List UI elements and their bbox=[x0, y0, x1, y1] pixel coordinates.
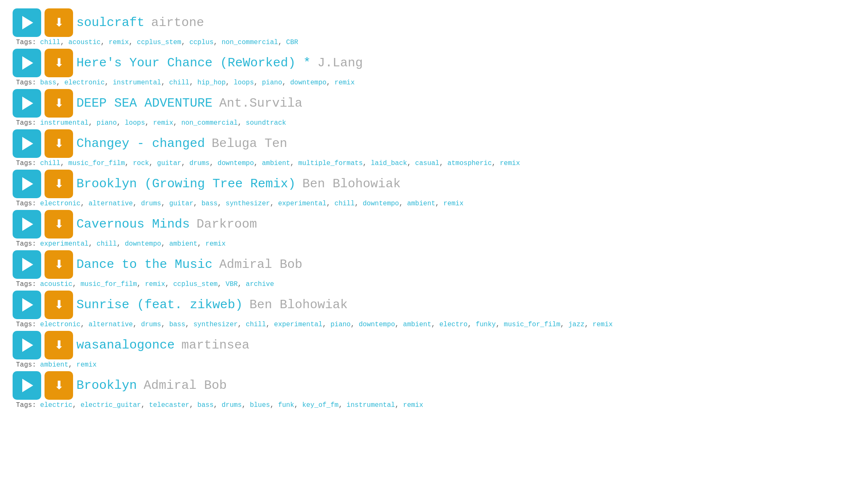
tag-link[interactable]: loops bbox=[234, 79, 254, 86]
tag-link[interactable]: drums bbox=[141, 321, 161, 328]
tag-link[interactable]: remix bbox=[153, 119, 173, 127]
tag-link[interactable]: funk bbox=[278, 401, 294, 409]
tag-link[interactable]: drums bbox=[222, 401, 242, 409]
tag-link[interactable]: bass bbox=[197, 401, 213, 409]
tag-link[interactable]: ambient bbox=[40, 361, 68, 369]
play-button[interactable] bbox=[13, 371, 41, 400]
tag-link[interactable]: remix bbox=[145, 280, 165, 288]
tag-link[interactable]: rock bbox=[133, 160, 149, 167]
tag-link[interactable]: chill bbox=[97, 240, 117, 248]
tag-link[interactable]: laid_back bbox=[371, 160, 407, 167]
tag-link[interactable]: guitar bbox=[169, 200, 194, 207]
tag-link[interactable]: loops bbox=[125, 119, 145, 127]
tag-link[interactable]: ccplus_stem bbox=[173, 280, 218, 288]
track-title[interactable]: soulcraft bbox=[76, 16, 144, 30]
download-button[interactable]: ⬇ bbox=[45, 89, 73, 118]
play-button[interactable] bbox=[13, 89, 41, 118]
tag-link[interactable]: chill bbox=[169, 79, 189, 86]
tag-link[interactable]: instrumental bbox=[346, 401, 395, 409]
tag-link[interactable]: multiple_formats bbox=[298, 160, 363, 167]
tag-link[interactable]: acoustic bbox=[68, 39, 101, 46]
download-button[interactable]: ⬇ bbox=[45, 250, 73, 279]
play-button[interactable] bbox=[13, 49, 41, 77]
tag-link[interactable]: electronic bbox=[40, 200, 81, 207]
tag-link[interactable]: soundtrack bbox=[246, 119, 286, 127]
tag-link[interactable]: downtempo bbox=[359, 321, 395, 328]
tag-link[interactable]: jazz bbox=[568, 321, 584, 328]
tag-link[interactable]: funky bbox=[476, 321, 496, 328]
play-button[interactable] bbox=[13, 291, 41, 319]
track-title[interactable]: Sunrise (feat. zikweb) bbox=[76, 298, 243, 312]
play-button[interactable] bbox=[13, 170, 41, 198]
tag-link[interactable]: remix bbox=[335, 79, 355, 86]
tag-link[interactable]: chill bbox=[40, 160, 60, 167]
track-title[interactable]: wasanalogonce bbox=[76, 338, 175, 352]
track-title[interactable]: Brooklyn bbox=[76, 378, 137, 393]
tag-link[interactable]: downtempo bbox=[218, 160, 254, 167]
download-button[interactable]: ⬇ bbox=[45, 8, 73, 37]
tag-link[interactable]: ambient bbox=[407, 200, 435, 207]
download-button[interactable]: ⬇ bbox=[45, 291, 73, 319]
tag-link[interactable]: downtempo bbox=[290, 79, 326, 86]
tag-link[interactable]: ambient bbox=[169, 240, 197, 248]
tag-link[interactable]: electronic bbox=[64, 79, 105, 86]
tag-link[interactable]: bass bbox=[169, 321, 185, 328]
tag-link[interactable]: chill bbox=[246, 321, 266, 328]
tag-link[interactable]: piano bbox=[97, 119, 117, 127]
track-title[interactable]: Here's Your Chance (ReWorked) * bbox=[76, 56, 311, 70]
tag-link[interactable]: archive bbox=[246, 280, 274, 288]
tag-link[interactable]: synthesizer bbox=[226, 200, 270, 207]
play-button[interactable] bbox=[13, 129, 41, 158]
tag-link[interactable]: piano bbox=[330, 321, 351, 328]
download-button[interactable]: ⬇ bbox=[45, 170, 73, 198]
play-button[interactable] bbox=[13, 8, 41, 37]
tag-link[interactable]: remix bbox=[593, 321, 613, 328]
tag-link[interactable]: electro bbox=[439, 321, 467, 328]
tag-link[interactable]: key_of_fm bbox=[302, 401, 338, 409]
tag-link[interactable]: acoustic bbox=[40, 280, 73, 288]
tag-link[interactable]: alternative bbox=[89, 321, 133, 328]
tag-link[interactable]: experimental bbox=[278, 200, 326, 207]
track-title[interactable]: DEEP SEA ADVENTURE bbox=[76, 96, 212, 110]
tag-link[interactable]: telecaster bbox=[149, 401, 189, 409]
play-button[interactable] bbox=[13, 210, 41, 239]
download-button[interactable]: ⬇ bbox=[45, 210, 73, 239]
tag-link[interactable]: blues bbox=[250, 401, 270, 409]
tag-link[interactable]: remix bbox=[205, 240, 226, 248]
tag-link[interactable]: bass bbox=[202, 200, 218, 207]
track-title[interactable]: Brooklyn (Growing Tree Remix) bbox=[76, 177, 296, 191]
tag-link[interactable]: experimental bbox=[40, 240, 89, 248]
tag-link[interactable]: chill bbox=[40, 39, 60, 46]
play-button[interactable] bbox=[13, 250, 41, 279]
track-title[interactable]: Cavernous Minds bbox=[76, 217, 190, 231]
tag-link[interactable]: drums bbox=[189, 160, 210, 167]
tag-link[interactable]: instrumental bbox=[113, 79, 161, 86]
tag-link[interactable]: music_for_film bbox=[81, 280, 137, 288]
tag-link[interactable]: bass bbox=[40, 79, 56, 86]
track-title[interactable]: Changey - changed bbox=[76, 136, 205, 151]
tag-link[interactable]: remix bbox=[403, 401, 423, 409]
tag-link[interactable]: piano bbox=[262, 79, 282, 86]
tag-link[interactable]: casual bbox=[415, 160, 440, 167]
tag-link[interactable]: music_for_film bbox=[68, 160, 125, 167]
tag-link[interactable]: non_commercial bbox=[222, 39, 278, 46]
track-title[interactable]: Dance to the Music bbox=[76, 257, 212, 272]
tag-link[interactable]: remix bbox=[443, 200, 464, 207]
tag-link[interactable]: experimental bbox=[274, 321, 323, 328]
download-button[interactable]: ⬇ bbox=[45, 331, 73, 359]
download-button[interactable]: ⬇ bbox=[45, 49, 73, 77]
tag-link[interactable]: electric bbox=[40, 401, 73, 409]
tag-link[interactable]: electric_guitar bbox=[81, 401, 141, 409]
tag-link[interactable]: CBR bbox=[286, 39, 298, 46]
tag-link[interactable]: downtempo bbox=[363, 200, 399, 207]
tag-link[interactable]: atmospheric bbox=[447, 160, 492, 167]
tag-link[interactable]: synthesizer bbox=[193, 321, 238, 328]
tag-link[interactable]: ccplus_stem bbox=[137, 39, 181, 46]
tag-link[interactable]: ambient bbox=[262, 160, 290, 167]
download-button[interactable]: ⬇ bbox=[45, 129, 73, 158]
tag-link[interactable]: music_for_film bbox=[504, 321, 560, 328]
tag-link[interactable]: instrumental bbox=[40, 119, 89, 127]
tag-link[interactable]: hip_hop bbox=[197, 79, 226, 86]
tag-link[interactable]: ambient bbox=[403, 321, 431, 328]
tag-link[interactable]: alternative bbox=[89, 200, 133, 207]
